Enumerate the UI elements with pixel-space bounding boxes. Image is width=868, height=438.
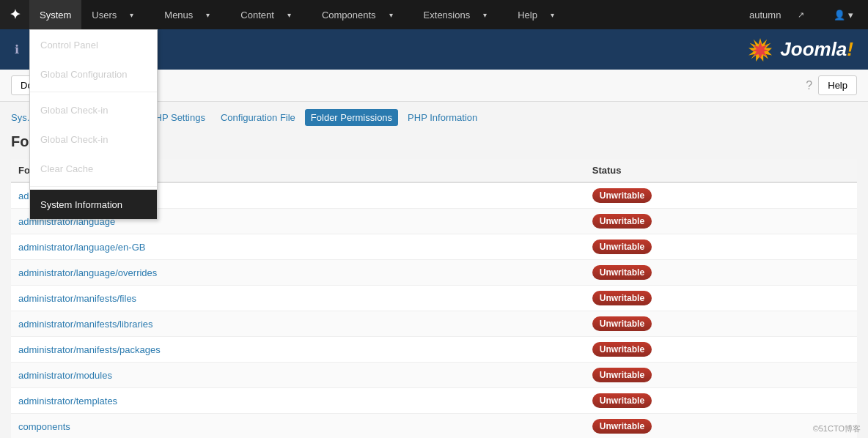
external-link-icon: ↗ (790, 0, 812, 29)
nav-item-menus[interactable]: Menus ▾ (154, 0, 230, 29)
status-cell: Unwritable (585, 234, 857, 260)
folder-cell: administrator/manifests/packages (11, 337, 585, 363)
username-text: autumn (742, 0, 788, 29)
logo-exclaim: ! (847, 38, 853, 60)
table-row: administrator/manifests/packagesUnwritab… (11, 337, 857, 363)
info-icon[interactable]: ℹ (11, 39, 23, 60)
status-cell: Unwritable (585, 388, 857, 414)
menu-clear-expired-cache[interactable]: Clear Cache (30, 154, 157, 183)
menu-system-information[interactable]: System Information (30, 190, 157, 219)
folder-link[interactable]: administrator/language/overrides (18, 267, 157, 278)
menu-control-panel[interactable]: Control Panel (30, 30, 157, 59)
status-badge: Unwritable (592, 188, 652, 203)
folder-link[interactable]: administrator/manifests/libraries (18, 319, 153, 330)
caret-icon: ▾ (540, 0, 564, 29)
nav-item-extensions[interactable]: Extensions ▾ (413, 0, 508, 29)
status-badge: Unwritable (592, 393, 652, 408)
status-cell: Unwritable (585, 311, 857, 337)
tab-folder-permissions[interactable]: Folder Permissions (305, 109, 398, 126)
username-link[interactable]: autumn ↗ (735, 0, 819, 29)
folder-cell: administrator/language/en-GB (11, 234, 585, 260)
table-body: administrator/componentsUnwritableadmini… (11, 182, 857, 438)
caret-icon: ▾ (119, 0, 144, 29)
table-row: administrator/modulesUnwritable (11, 363, 857, 388)
table-row: componentsUnwritable (11, 414, 857, 439)
joomla-star-icon (745, 34, 776, 65)
folder-link[interactable]: administrator/modules (18, 370, 112, 381)
tab-config-file[interactable]: Configuration File (215, 109, 301, 126)
caret-icon: ▾ (379, 0, 403, 29)
status-badge: Unwritable (592, 368, 652, 382)
nav-components-label[interactable]: Components ▾ (312, 0, 413, 29)
caret-icon: ▾ (196, 0, 220, 29)
status-cell: Unwritable (585, 363, 857, 388)
menu-global-checkin[interactable]: Global Check-in (30, 95, 157, 125)
logo-text: Joomla! (780, 38, 853, 61)
watermark: ©51CTO博客 (813, 423, 861, 434)
folder-cell: administrator/language/overrides (11, 260, 585, 286)
status-badge: Unwritable (592, 240, 652, 254)
folder-link[interactable]: administrator/manifests/packages (18, 344, 161, 355)
nav-item-content[interactable]: Content ▾ (230, 0, 312, 29)
nav-extensions-label[interactable]: Extensions ▾ (413, 0, 508, 29)
nav-content-label[interactable]: Content ▾ (230, 0, 312, 29)
top-navbar: ✦ System Control Panel Global Configurat… (0, 0, 868, 29)
folder-link[interactable]: administrator/manifests/files (18, 293, 136, 304)
table-row: administrator/manifests/librariesUnwrita… (11, 311, 857, 337)
status-badge: Unwritable (592, 419, 652, 434)
status-badge: Unwritable (592, 316, 652, 331)
nav-right: autumn ↗ 👤 ▾ (735, 0, 868, 29)
nav-item-system[interactable]: System Control Panel Global Configuratio… (29, 0, 81, 29)
nav-system-label[interactable]: System (29, 0, 81, 29)
joomla-logo: Joomla! (745, 34, 853, 65)
user-icon: 👤 ▾ (826, 0, 861, 29)
divider2 (30, 186, 157, 187)
table-row: administrator/language/en-GBUnwritable (11, 234, 857, 260)
nav-item-help[interactable]: Help ▾ (507, 0, 575, 29)
help-question-icon: ? (806, 79, 812, 92)
logo-text-main: Joomla (780, 38, 847, 60)
folder-cell: administrator/templates (11, 388, 585, 414)
folder-cell: administrator/manifests/libraries (11, 311, 585, 337)
menu-global-configuration[interactable]: Global Configuration (30, 59, 157, 89)
tab-php-information[interactable]: PHP Information (402, 109, 483, 126)
status-cell: Unwritable (585, 209, 857, 234)
site-logo[interactable]: ✦ (0, 0, 29, 29)
system-dropdown: Control Panel Global Configuration Globa… (29, 29, 158, 220)
nav-users-label[interactable]: Users ▾ (81, 0, 154, 29)
nav-help-label[interactable]: Help ▾ (507, 0, 575, 29)
folder-link[interactable]: administrator/templates (18, 396, 117, 407)
folder-link[interactable]: administrator/language/en-GB (18, 242, 145, 253)
status-cell: Unwritable (585, 182, 857, 209)
toolbar-right: ? Help (806, 75, 857, 95)
col-header-status: Status (585, 159, 857, 182)
caret-icon: ▾ (473, 0, 497, 29)
status-badge: Unwritable (592, 291, 652, 305)
nav-item-users[interactable]: Users ▾ (81, 0, 154, 29)
status-badge: Unwritable (592, 214, 652, 229)
status-cell: Unwritable (585, 260, 857, 286)
table-row: administrator/language/overridesUnwritab… (11, 260, 857, 286)
table-row: administrator/manifests/filesUnwritable (11, 286, 857, 311)
folder-cell: components (11, 414, 585, 439)
menu-clear-cache[interactable]: Global Check-in (30, 125, 157, 154)
help-label: Help (828, 80, 847, 91)
divider (30, 92, 157, 92)
main-nav: System Control Panel Global Configuratio… (29, 0, 735, 29)
status-cell: Unwritable (585, 337, 857, 363)
folder-cell: administrator/modules (11, 363, 585, 388)
help-button[interactable]: Help (818, 75, 857, 95)
status-cell: Unwritable (585, 286, 857, 311)
status-badge: Unwritable (592, 342, 652, 357)
nav-menus-label[interactable]: Menus ▾ (154, 0, 230, 29)
status-badge: Unwritable (592, 265, 652, 280)
caret-icon: ▾ (277, 0, 301, 29)
folder-cell: administrator/manifests/files (11, 286, 585, 311)
user-avatar-btn[interactable]: 👤 ▾ (819, 0, 868, 29)
nav-item-components[interactable]: Components ▾ (312, 0, 413, 29)
table-row: administrator/templatesUnwritable (11, 388, 857, 414)
folder-link[interactable]: components (18, 421, 70, 432)
logo-icon: ✦ (10, 7, 21, 23)
